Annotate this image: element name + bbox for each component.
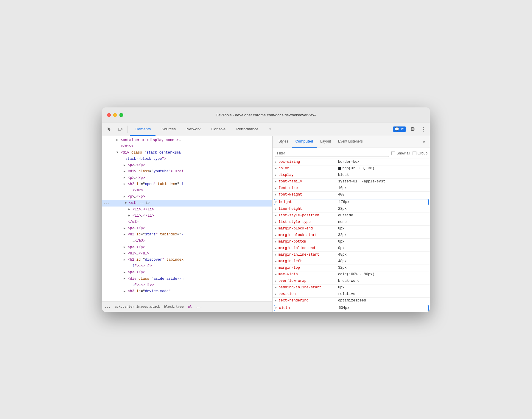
expand-arrow[interactable]: ▶ — [124, 251, 128, 256]
device-toggle-icon[interactable] — [115, 124, 125, 134]
expand-arrow[interactable]: ▶ — [124, 163, 128, 168]
html-line[interactable]: ▶ <h3 id="device-mode" — [102, 288, 272, 295]
html-line[interactable]: ▼ <div class="stack center-ima — [102, 150, 272, 156]
tab-sources[interactable]: Sources — [157, 123, 181, 136]
html-line[interactable]: </div> — [102, 143, 272, 150]
expand-arrow[interactable]: ▶ — [124, 226, 128, 231]
html-line-selected[interactable]: ... ▼ <ul> == $0 — [102, 200, 272, 206]
expand-arrow[interactable]: ▼ — [116, 150, 121, 155]
tab-event-listeners[interactable]: Event Listeners — [335, 136, 366, 148]
html-line[interactable]: ▶ <ontainer xt:display-none >… — [102, 137, 272, 143]
html-line[interactable]: ▶ <p>…</p> — [102, 162, 272, 168]
prop-expand-arrow[interactable]: ▶ — [275, 173, 279, 177]
prop-expand-arrow[interactable]: ▶ — [275, 180, 279, 183]
bottom-tag[interactable]: ul — [188, 305, 192, 309]
computed-property-row[interactable]: ▶margin-block-start32px — [273, 232, 430, 239]
expand-arrow[interactable]: ▶ — [128, 213, 133, 218]
computed-property-row[interactable]: ▶margin-left48px — [273, 258, 430, 265]
tab-layout[interactable]: Layout — [317, 136, 335, 148]
prop-expand-arrow[interactable]: ▶ — [275, 207, 279, 211]
computed-property-row[interactable]: ▶margin-inline-start48px — [273, 252, 430, 258]
computed-property-row[interactable]: ▶margin-bottom0px — [273, 239, 430, 245]
prop-expand-arrow[interactable]: ▶ — [275, 293, 279, 296]
panel-tab-more[interactable]: » — [421, 136, 427, 148]
expand-arrow[interactable]: ▶ — [124, 289, 128, 294]
html-line[interactable]: stack--block type"> — [102, 156, 272, 162]
html-line[interactable]: ▶ <p>…</p> — [102, 269, 272, 276]
html-line[interactable]: ▶ <p>…</p> — [102, 225, 272, 232]
prop-expand-arrow[interactable]: ▶ — [275, 286, 279, 289]
expand-arrow[interactable]: ▶ — [128, 207, 133, 212]
computed-property-row[interactable]: ▶font-familysystem-ui, -apple-syst — [273, 179, 430, 185]
more-menu-icon[interactable]: ⋮ — [419, 125, 427, 133]
prop-expand-arrow[interactable]: ▶ — [275, 253, 279, 257]
computed-property-row[interactable]: ▶padding-inline-start0px — [273, 284, 430, 291]
computed-property-row[interactable]: ▶list-style-positionoutside — [273, 212, 430, 219]
tab-computed[interactable]: Computed — [292, 136, 317, 148]
computed-property-row[interactable]: ▶height176px — [274, 199, 429, 205]
expand-arrow[interactable]: ▶ — [124, 182, 128, 187]
computed-property-row[interactable]: ▶displayblock — [273, 172, 430, 179]
expand-arrow[interactable]: ▶ — [124, 176, 128, 180]
show-all-checkbox[interactable] — [391, 151, 395, 155]
html-line[interactable]: ▶ <h2 id="discover" tabindex — [102, 257, 272, 263]
prop-expand-arrow[interactable]: ▶ — [275, 227, 279, 230]
computed-property-row[interactable]: ▶colorrgb(32, 33, 36) — [273, 165, 430, 172]
tab-network[interactable]: Network — [182, 123, 206, 136]
prop-expand-arrow[interactable]: ▶ — [275, 266, 279, 270]
prop-expand-arrow[interactable]: ▶ — [275, 193, 279, 196]
settings-icon[interactable]: ⚙ — [408, 125, 417, 133]
html-line[interactable]: ▶ <p>…</p> — [102, 175, 272, 181]
prop-expand-arrow[interactable]: ▶ — [275, 247, 279, 250]
expand-arrow[interactable]: ▶ — [124, 245, 128, 250]
html-line[interactable]: ▶ <h2 id="open" tabindex="-1 — [102, 181, 272, 187]
expand-arrow[interactable]: ▶ — [124, 270, 128, 275]
computed-property-row[interactable]: ▶font-weight400 — [273, 192, 430, 198]
expand-arrow[interactable]: ▶ — [124, 258, 128, 262]
prop-expand-arrow[interactable]: ▶ — [275, 234, 279, 237]
prop-expand-arrow[interactable]: ▶ — [276, 306, 279, 309]
html-line[interactable]: ▶ <li>…</li> — [102, 213, 272, 219]
prop-expand-arrow[interactable]: ▶ — [276, 200, 279, 204]
computed-property-row[interactable]: ▶positionrelative — [273, 291, 430, 298]
html-line[interactable]: ▶ <p>…</p> — [102, 244, 272, 251]
prop-expand-arrow[interactable]: ▶ — [275, 214, 279, 217]
prop-expand-arrow[interactable]: ▶ — [275, 221, 279, 224]
expand-arrow[interactable]: ▶ — [124, 276, 128, 281]
computed-property-row[interactable]: ▶font-size16px — [273, 185, 430, 192]
close-button[interactable] — [107, 113, 111, 117]
tab-performance[interactable]: Performance — [231, 123, 263, 136]
elements-tree[interactable]: ▶ <ontainer xt:display-none >… </div> — [102, 136, 272, 301]
html-line[interactable]: </ul> — [102, 219, 272, 225]
html-line[interactable]: e">…</div> — [102, 282, 272, 288]
prop-expand-arrow[interactable]: ▶ — [275, 187, 279, 190]
prop-expand-arrow[interactable]: ▶ — [275, 167, 279, 170]
expand-arrow[interactable]: ▶ — [124, 169, 128, 174]
expand-arrow[interactable]: ▶ — [124, 195, 128, 199]
group-option[interactable]: Group — [413, 151, 427, 155]
html-line[interactable]: ▶ <div class="youtube">…</di — [102, 168, 272, 175]
computed-property-row[interactable]: ▶margin-block-end0px — [273, 226, 430, 232]
expand-arrow[interactable]: ▼ — [125, 201, 129, 206]
html-line[interactable]: </h2> — [102, 187, 272, 194]
computed-property-row[interactable]: ▶list-style-typenone — [273, 219, 430, 226]
computed-property-row[interactable]: ▶text-renderingoptimizespeed — [273, 298, 430, 304]
show-all-option[interactable]: Show all — [391, 151, 410, 155]
computed-property-row[interactable]: ▶max-widthcalc(100% - 96px) — [273, 271, 430, 278]
prop-expand-arrow[interactable]: ▶ — [275, 160, 279, 164]
prop-expand-arrow[interactable]: ▶ — [275, 260, 279, 263]
computed-property-row[interactable]: ▶box-sizingborder-box — [273, 159, 430, 165]
feedback-badge[interactable]: 💬 15 — [393, 126, 406, 132]
prop-expand-arrow[interactable]: ▶ — [275, 240, 279, 243]
minimize-button[interactable] — [113, 113, 117, 117]
tab-styles[interactable]: Styles — [275, 136, 292, 148]
html-line[interactable]: ▶ <div class="aside aside--n — [102, 276, 272, 282]
computed-property-row[interactable]: ▶margin-top32px — [273, 265, 430, 271]
tab-more[interactable]: » — [265, 123, 276, 136]
html-line[interactable]: ▶ <ul>…</ul> — [102, 251, 272, 257]
tab-elements[interactable]: Elements — [130, 123, 155, 136]
tab-console[interactable]: Console — [207, 123, 231, 136]
computed-property-row[interactable]: ▶overflow-wrapbreak-word — [273, 278, 430, 284]
prop-expand-arrow[interactable]: ▶ — [275, 299, 279, 302]
expand-arrow[interactable]: ▶ — [116, 138, 121, 143]
